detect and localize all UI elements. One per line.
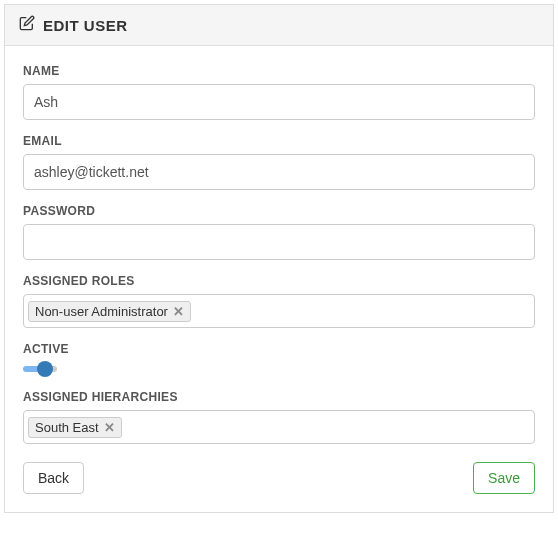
- email-label: EMAIL: [23, 134, 535, 148]
- back-button[interactable]: Back: [23, 462, 84, 494]
- remove-hierarchy-icon[interactable]: ✕: [104, 421, 115, 434]
- active-label: ACTIVE: [23, 342, 535, 356]
- role-tag-label: Non-user Administrator: [35, 304, 168, 319]
- email-input[interactable]: [23, 154, 535, 190]
- edit-user-panel: EDIT USER NAME EMAIL PASSWORD ASSIGNED R…: [4, 4, 554, 513]
- edit-icon: [19, 15, 35, 35]
- panel-title: EDIT USER: [43, 17, 128, 34]
- password-input[interactable]: [23, 224, 535, 260]
- hierarchies-input[interactable]: South East ✕: [23, 410, 535, 444]
- role-tag: Non-user Administrator ✕: [28, 301, 191, 322]
- name-label: NAME: [23, 64, 535, 78]
- roles-input[interactable]: Non-user Administrator ✕: [23, 294, 535, 328]
- password-label: PASSWORD: [23, 204, 535, 218]
- panel-body: NAME EMAIL PASSWORD ASSIGNED ROLES Non-u…: [5, 46, 553, 512]
- save-button[interactable]: Save: [473, 462, 535, 494]
- button-row: Back Save: [23, 462, 535, 494]
- hierarchy-tag: South East ✕: [28, 417, 122, 438]
- name-input[interactable]: [23, 84, 535, 120]
- toggle-thumb: [37, 361, 53, 377]
- panel-header: EDIT USER: [5, 5, 553, 46]
- roles-label: ASSIGNED ROLES: [23, 274, 535, 288]
- active-toggle[interactable]: [23, 362, 57, 376]
- hierarchies-label: ASSIGNED HIERARCHIES: [23, 390, 535, 404]
- remove-role-icon[interactable]: ✕: [173, 305, 184, 318]
- hierarchy-tag-label: South East: [35, 420, 99, 435]
